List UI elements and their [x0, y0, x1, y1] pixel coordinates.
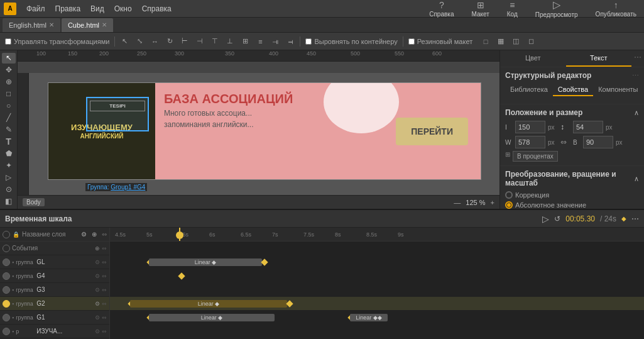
tb-align-top-btn[interactable]: ⊥ — [223, 35, 237, 48]
tool-extra[interactable]: ⊙ — [2, 184, 16, 194]
G4-eye[interactable] — [3, 272, 10, 280]
tb-extra-4[interactable]: ◻ — [524, 35, 538, 48]
menu-view[interactable]: Вид — [85, 0, 109, 18]
tab-cube[interactable]: Cube.html ✕ — [62, 18, 113, 32]
GL-lock[interactable]: ▪ — [12, 259, 14, 265]
kf-G2-2[interactable] — [286, 300, 293, 307]
panel-tab-color[interactable]: Цвет — [500, 50, 566, 67]
group-link[interactable]: Group1 #G4 — [111, 184, 145, 191]
sub-tab-library[interactable]: Библиотека — [505, 84, 553, 96]
bar-G2[interactable]: Linear ◆ — [130, 300, 287, 308]
bar-G1-1[interactable]: Linear ◆ — [149, 314, 275, 321]
menu-help[interactable]: Справка — [137, 0, 177, 18]
layer-link-btn[interactable]: ⇔ — [102, 231, 107, 238]
tool-line[interactable]: ╱ — [2, 113, 16, 123]
G4-gear[interactable]: ⚙ — [95, 273, 100, 279]
tool-rect[interactable]: □ — [2, 89, 16, 99]
transform-collapse-icon[interactable]: ∧ — [634, 175, 639, 183]
tl-more-btn[interactable]: ⋯ — [631, 214, 639, 223]
playhead[interactable] — [179, 228, 180, 241]
tab-cube-close[interactable]: ✕ — [102, 21, 107, 28]
y-input[interactable] — [573, 121, 603, 133]
tb-align-bot-btn[interactable]: ≡ — [253, 35, 267, 48]
p-lock[interactable]: ▪ — [12, 328, 14, 335]
tb-dist-h-btn[interactable]: ⫣ — [268, 35, 282, 48]
menu-code-btn[interactable]: ≡ Код — [503, 0, 521, 18]
tb-align-center-btn[interactable]: ⊣ — [193, 35, 207, 48]
rubber-layout-checkbox[interactable]: Резиновый макет — [408, 38, 472, 45]
tb-align-left-btn[interactable]: ⊢ — [178, 35, 192, 48]
tab-english-close[interactable]: ✕ — [49, 21, 54, 28]
layer-add-btn[interactable]: ⚙ — [81, 231, 87, 238]
tool-pointer[interactable]: ↖ — [2, 53, 16, 64]
section-menu-icon[interactable]: ⋯ — [632, 72, 639, 80]
G2-eye[interactable] — [3, 300, 10, 308]
tb-move-btn[interactable]: ↔ — [148, 35, 161, 48]
bar-G1-2[interactable]: Linear ◆◆ — [350, 314, 388, 321]
sub-tab-components[interactable]: Компоненты — [593, 84, 643, 96]
structural-editor-header[interactable]: Структурный редактор ⋯ — [505, 71, 639, 80]
zoom-plus[interactable]: + — [491, 199, 494, 206]
tool-pan[interactable]: ✥ — [2, 65, 16, 75]
tb-extra-1[interactable]: □ — [479, 35, 493, 48]
tb-align-right-btn[interactable]: ⊤ — [208, 35, 222, 48]
timeline-track[interactable]: 4.5s 5s 5.5s 6s 6.5s 7s 7.5s 8s 8.5s 9s — [110, 228, 644, 339]
G2-lock[interactable]: ▪ — [12, 301, 14, 307]
radio-correction[interactable]: Коррекция — [505, 191, 549, 199]
tool-zoom[interactable]: ⊕ — [2, 77, 16, 87]
kf-G4-1[interactable] — [178, 272, 185, 279]
p-gear[interactable]: ⚙ — [95, 328, 100, 335]
zoom-minus[interactable]: — — [454, 199, 461, 206]
tool-pen[interactable]: ✎ — [2, 125, 16, 135]
p-eye[interactable] — [3, 328, 10, 335]
tool-text[interactable]: T — [2, 136, 16, 147]
G1-lock[interactable]: ▪ — [12, 314, 14, 321]
tool-eyedrop[interactable]: ✦ — [2, 160, 16, 170]
correction-radio[interactable] — [505, 191, 513, 199]
percent-button[interactable]: В процентах — [513, 151, 558, 162]
x-input[interactable] — [515, 121, 545, 133]
radio-absolute[interactable]: Абсолютное значение — [505, 201, 586, 209]
tb-rotate-btn[interactable]: ↻ — [163, 35, 177, 48]
canvas-content[interactable]: ИЗУЧАЮЩЕМУ TESIPI АНГЛИЙСКИЙ БАЗ — [29, 73, 499, 209]
menu-edit[interactable]: Правка — [50, 0, 86, 18]
transform-header[interactable]: Преобразование, вращение и масштаб ∧ — [505, 170, 639, 187]
tool-animate[interactable]: ▷ — [2, 172, 16, 182]
position-section-header[interactable]: Положение и размер ∧ — [505, 108, 639, 117]
bar-GL[interactable]: Linear ◆ — [149, 258, 262, 266]
sub-tab-properties[interactable]: Свойства — [553, 84, 593, 96]
G2-gear[interactable]: ⚙ — [95, 301, 100, 307]
tool-layers[interactable]: ◧ — [2, 196, 16, 206]
G3-eye[interactable] — [3, 286, 10, 294]
tb-select-btn[interactable]: ↖ — [117, 35, 131, 48]
absolute-radio[interactable] — [505, 201, 513, 209]
w-input[interactable] — [515, 136, 545, 148]
G4-lock[interactable]: ▪ — [12, 273, 14, 279]
tl-loop-btn[interactable]: ↺ — [554, 214, 560, 223]
tb-extra-2[interactable]: ▦ — [494, 35, 508, 48]
menu-file[interactable]: Файл — [21, 0, 50, 18]
tab-english[interactable]: English.html ✕ — [3, 18, 60, 32]
G3-lock[interactable]: ▪ — [12, 287, 14, 293]
events-add[interactable]: ⊕ — [95, 245, 100, 252]
menu-preview-btn[interactable]: ▷ Предпросмотр — [532, 0, 582, 18]
tb-dist-v-btn[interactable]: ⫤ — [283, 35, 297, 48]
menu-layout-btn[interactable]: ⊞ Макет — [467, 0, 493, 18]
G1-eye[interactable] — [3, 314, 10, 321]
menu-publish-btn[interactable]: ↑ Опубликовать — [592, 0, 640, 18]
menu-help-btn[interactable]: ? Справка — [425, 0, 457, 18]
GL-gear[interactable]: ⚙ — [95, 259, 100, 265]
layer-more-btn[interactable]: ⊕ — [92, 231, 97, 238]
panel-menu-icon[interactable]: ⋯ — [631, 50, 644, 67]
tl-play-btn[interactable]: ▷ — [542, 214, 549, 224]
panel-tab-text[interactable]: Текст — [566, 50, 632, 67]
menu-window[interactable]: Окно — [109, 0, 137, 18]
h-input[interactable] — [583, 136, 613, 148]
events-eye[interactable] — [3, 245, 10, 252]
G3-gear[interactable]: ⚙ — [95, 287, 100, 293]
tool-ellipse[interactable]: ○ — [2, 101, 16, 111]
G1-gear[interactable]: ⚙ — [95, 314, 100, 321]
tb-resize-btn[interactable]: ⤡ — [133, 35, 146, 48]
tb-extra-3[interactable]: ◫ — [509, 35, 523, 48]
position-collapse-icon[interactable]: ∧ — [634, 109, 639, 117]
